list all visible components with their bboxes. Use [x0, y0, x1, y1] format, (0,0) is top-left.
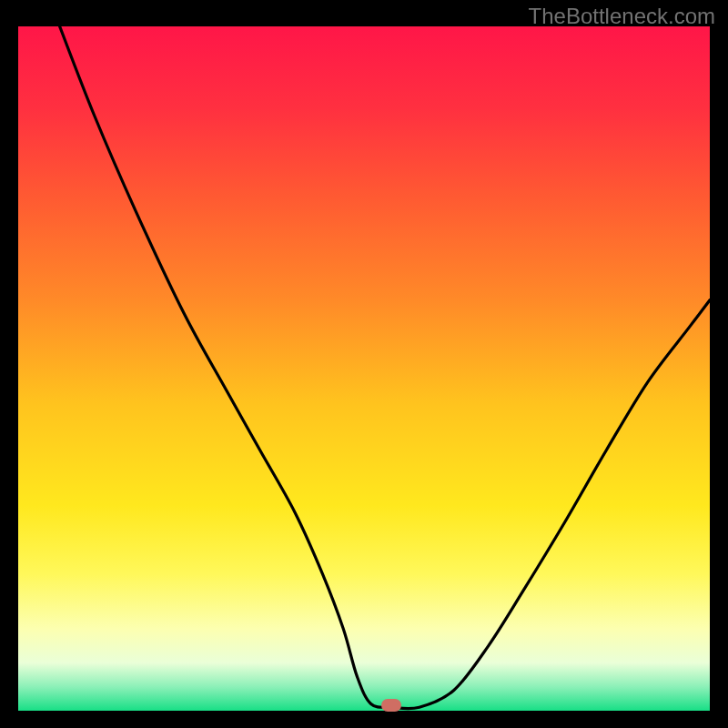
chart-background [18, 26, 710, 711]
bottleneck-chart [18, 26, 710, 711]
optimal-marker [381, 699, 401, 712]
watermark-text: TheBottleneck.com [529, 4, 715, 29]
chart-frame: TheBottleneck.com [0, 0, 728, 728]
